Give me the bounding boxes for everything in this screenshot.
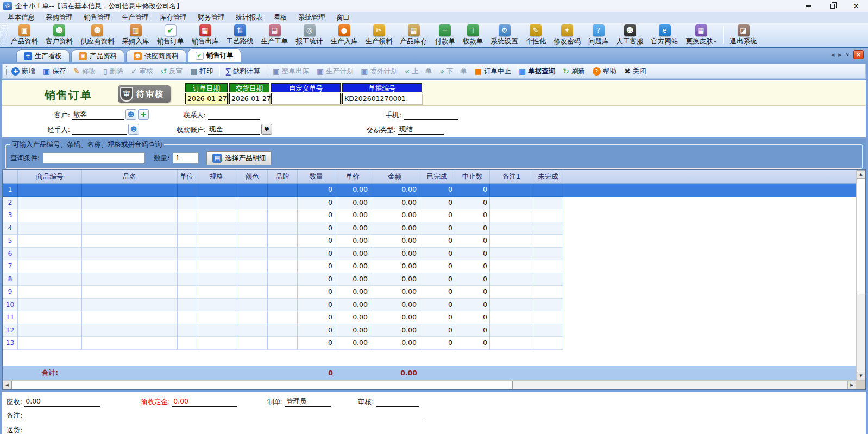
toolbar-production-picking[interactable]: ✂生产领料 — [362, 23, 397, 47]
cell-3-code[interactable] — [18, 209, 82, 222]
cell-6-unit[interactable] — [178, 248, 196, 261]
cell-1-code[interactable] — [18, 184, 82, 197]
cell-2-undone[interactable] — [533, 197, 563, 210]
mobile-field[interactable] — [404, 110, 458, 120]
cell-8-code[interactable] — [18, 273, 82, 286]
horizontal-scrollbar[interactable]: ◀ ▶ — [3, 380, 865, 389]
cell-1-amount[interactable]: 0.00 — [370, 184, 419, 197]
table-row-1[interactable]: 100.000.0000 — [3, 184, 856, 197]
toolbar-supplier-info[interactable]: ☻供应商资料 — [77, 23, 118, 47]
toolbar-sales-order[interactable]: ✔销售订单 — [153, 23, 188, 47]
cell-10-code[interactable] — [18, 299, 82, 312]
cell-6-done[interactable]: 0 — [419, 248, 455, 261]
cell-4-undone[interactable] — [533, 222, 563, 235]
cell-11-price[interactable]: 0.00 — [335, 311, 370, 324]
cell-9-color[interactable] — [237, 286, 268, 299]
cell-3-unit[interactable] — [178, 209, 196, 222]
cell-9-qty[interactable]: 0 — [298, 286, 335, 299]
table-row-3[interactable]: 300.000.0000 — [3, 209, 856, 222]
cell-11-num[interactable]: 11 — [3, 311, 18, 324]
toolbar-official-website[interactable]: e官方网站 — [647, 23, 682, 47]
cell-7-stop[interactable]: 0 — [455, 260, 490, 273]
cell-13-amount[interactable]: 0.00 — [370, 337, 419, 350]
action-whole-order-out[interactable]: ▣整单出库 — [273, 67, 309, 76]
cell-10-color[interactable] — [237, 299, 268, 312]
toolbar-system-settings[interactable]: ⚙系统设置 — [487, 23, 522, 47]
cell-4-amount[interactable]: 0.00 — [370, 222, 419, 235]
cell-13-done[interactable]: 0 — [419, 337, 455, 350]
close-button[interactable]: × — [844, 0, 868, 12]
action-outsource-plan[interactable]: ▣委外计划 — [361, 67, 397, 76]
cell-4-brand[interactable] — [268, 222, 298, 235]
toolbar-product-info[interactable]: ▣产品资料 — [7, 23, 42, 47]
table-row-9[interactable]: 900.000.0000 — [3, 286, 856, 299]
cell-4-spec[interactable] — [196, 222, 237, 235]
toolbar-process-route[interactable]: ⇅工艺路线 — [223, 23, 257, 47]
cell-3-color[interactable] — [237, 209, 268, 222]
cell-1-spec[interactable] — [196, 184, 237, 197]
tab-close-button[interactable]: × — [853, 50, 864, 59]
cell-7-num[interactable]: 7 — [3, 260, 18, 273]
cell-6-code[interactable] — [18, 248, 82, 261]
action-shortage-calc[interactable]: ∑缺料计算 — [225, 67, 260, 76]
toolbar-customer-service[interactable]: ☻人工客服 — [613, 23, 647, 47]
menu-item-3[interactable]: 销售管理 — [78, 12, 116, 23]
action-edit[interactable]: ✎修改 — [73, 67, 96, 76]
cell-4-note1[interactable] — [490, 222, 533, 235]
cell-5-color[interactable] — [237, 235, 268, 248]
cell-13-num[interactable]: 13 — [3, 337, 18, 350]
cell-6-num[interactable]: 6 — [3, 248, 18, 261]
table-row-11[interactable]: 1100.000.0000 — [3, 311, 856, 324]
cell-7-color[interactable] — [237, 260, 268, 273]
cell-3-done[interactable]: 0 — [419, 209, 455, 222]
cell-9-stop[interactable]: 0 — [455, 286, 490, 299]
toolbar-question-bank[interactable]: ?问题库 — [584, 23, 613, 47]
cell-5-stop[interactable]: 0 — [455, 235, 490, 248]
cell-6-stop[interactable]: 0 — [455, 248, 490, 261]
cell-1-undone[interactable] — [533, 184, 563, 197]
cell-10-note1[interactable] — [490, 299, 533, 312]
cell-7-name[interactable] — [82, 260, 178, 273]
action-prev-order[interactable]: «上一单 — [405, 67, 432, 76]
cell-10-unit[interactable] — [178, 299, 196, 312]
cell-1-num[interactable]: 1 — [3, 184, 18, 197]
cell-1-note1[interactable] — [490, 184, 533, 197]
cell-11-brand[interactable] — [268, 311, 298, 324]
menu-item-1[interactable]: 基本信息 — [2, 12, 40, 23]
cell-3-qty[interactable]: 0 — [298, 209, 335, 222]
cell-8-num[interactable]: 8 — [3, 273, 18, 286]
cell-7-note1[interactable] — [490, 260, 533, 273]
cell-4-num[interactable]: 4 — [3, 222, 18, 235]
cell-9-name[interactable] — [82, 286, 178, 299]
cell-9-num[interactable]: 9 — [3, 286, 18, 299]
cell-3-name[interactable] — [82, 209, 178, 222]
cell-10-name[interactable] — [82, 299, 178, 312]
cell-4-color[interactable] — [237, 222, 268, 235]
cell-5-price[interactable]: 0.00 — [335, 235, 370, 248]
cell-1-price[interactable]: 0.00 — [335, 184, 370, 197]
minimize-button[interactable] — [796, 0, 820, 12]
toolbar-change-skin[interactable]: ▦更换皮肤▾ — [682, 23, 720, 47]
action-next-order[interactable]: »下一单 — [440, 67, 467, 76]
cell-2-spec[interactable] — [196, 197, 237, 210]
action-save[interactable]: ▣保存 — [43, 67, 66, 76]
cell-8-qty[interactable]: 0 — [298, 273, 335, 286]
toolbar-customer-info[interactable]: ☻客户资料 — [42, 23, 77, 47]
add-customer-button[interactable]: ✚ — [138, 109, 149, 120]
cell-8-stop[interactable]: 0 — [455, 273, 490, 286]
cell-8-brand[interactable] — [268, 273, 298, 286]
action-print[interactable]: ▤打印 — [190, 67, 213, 76]
cell-1-done[interactable]: 0 — [419, 184, 455, 197]
cell-6-color[interactable] — [237, 248, 268, 261]
cell-8-unit[interactable] — [178, 273, 196, 286]
cell-9-amount[interactable]: 0.00 — [370, 286, 419, 299]
cell-13-price[interactable]: 0.00 — [335, 337, 370, 350]
cell-7-brand[interactable] — [268, 260, 298, 273]
customer-picker-button[interactable]: ☻ — [125, 109, 136, 120]
cell-8-amount[interactable]: 0.00 — [370, 273, 419, 286]
condition-input[interactable] — [43, 152, 145, 164]
cell-6-name[interactable] — [82, 248, 178, 261]
cell-7-qty[interactable]: 0 — [298, 260, 335, 273]
toolbar-grip[interactable] — [3, 26, 5, 45]
toolbar-production-in[interactable]: ●生产入库 — [327, 23, 362, 47]
